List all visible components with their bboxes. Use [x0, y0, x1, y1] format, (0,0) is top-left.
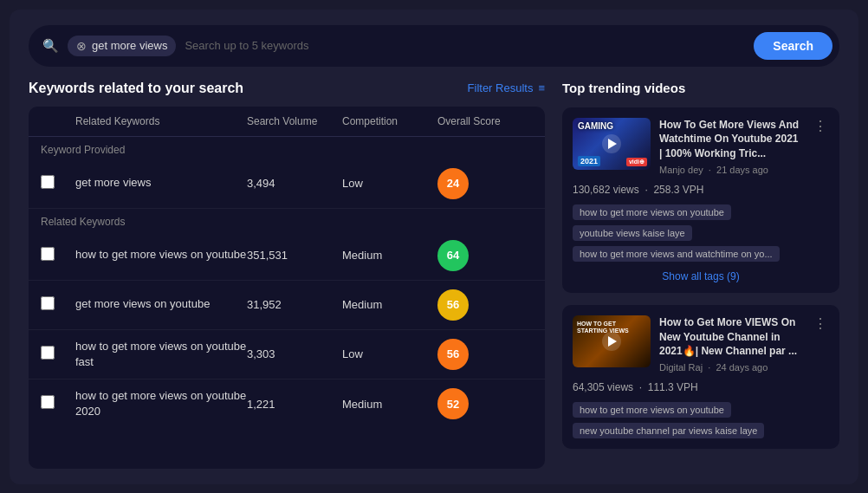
header-score: Overall Score — [437, 115, 533, 127]
panel-title: Keywords related to your search — [29, 81, 243, 96]
volume-cell: 3,494 — [247, 177, 342, 190]
filter-label: Filter Results — [468, 81, 534, 94]
score-badge: 64 — [437, 240, 469, 271]
search-tag-value: get more views — [92, 39, 167, 52]
video-card: HOW TO GETSTARTING VIEWS How to Get More… — [562, 305, 839, 449]
video-title: How To Get More Views And Watchtime On Y… — [659, 118, 803, 161]
header-keyword: Related Keywords — [75, 115, 247, 127]
play-button[interactable] — [602, 332, 621, 351]
competition-cell: Low — [342, 347, 437, 360]
search-tag[interactable]: ⊗ get more views — [68, 36, 176, 56]
keyword-cell: get more views on youtube — [75, 296, 247, 312]
score-badge: 56 — [437, 339, 469, 370]
competition-cell: Medium — [342, 398, 437, 411]
video-stats: 130,682 views · 258.3 VPH — [573, 184, 829, 196]
thumb-label: GAMING — [578, 121, 613, 131]
video-more-button[interactable]: ⋮ — [812, 315, 829, 332]
section-provided-label: Keyword Provided — [29, 137, 545, 159]
video-tag[interactable]: youtube views kaise laye — [573, 225, 692, 241]
app-container: 🔍 ⊗ get more views Search up to 5 keywor… — [10, 10, 858, 484]
filter-results-button[interactable]: Filter Results ≡ — [468, 81, 545, 94]
video-tag[interactable]: how to get more views on youtube — [573, 204, 731, 220]
filter-icon: ≡ — [538, 81, 545, 94]
video-info: How To Get More Views And Watchtime On Y… — [659, 118, 803, 175]
play-button[interactable] — [602, 134, 621, 153]
video-title: How to Get More VIEWS On New Youtube Cha… — [659, 315, 803, 359]
tags-row: how to get more views on youtube youtube… — [573, 204, 829, 262]
thumb-year: 2021 — [578, 156, 600, 166]
competition-cell: Low — [342, 177, 437, 190]
table-row: how to get more views on youtube fast 3,… — [29, 330, 545, 379]
video-tag[interactable]: how to get more views on youtube — [573, 402, 731, 418]
table-header-row: Related Keywords Search Volume Competiti… — [29, 107, 545, 137]
volume-cell: 31,952 — [247, 298, 342, 311]
panel-header: Keywords related to your search Filter R… — [29, 81, 545, 96]
video-meta: Manjo dey · 21 days ago — [659, 165, 803, 175]
video-info: How to Get More VIEWS On New Youtube Cha… — [659, 315, 803, 373]
row-checkbox[interactable] — [41, 247, 55, 261]
volume-cell: 1,221 — [247, 398, 342, 411]
score-badge: 56 — [437, 289, 469, 321]
competition-cell: Medium — [342, 298, 437, 311]
show-all-tags-button[interactable]: Show all tags (9) — [573, 270, 829, 282]
score-badge: 24 — [437, 168, 469, 199]
keyword-cell: how to get more views on youtube — [75, 247, 247, 263]
video-tag[interactable]: new youtube channel par views kaise laye — [573, 423, 764, 438]
video-top: HOW TO GETSTARTING VIEWS How to Get More… — [573, 315, 829, 373]
search-placeholder: Search up to 5 keywords — [185, 39, 745, 52]
row-checkbox[interactable] — [41, 395, 55, 409]
row-checkbox[interactable] — [41, 346, 55, 360]
header-volume: Search Volume — [247, 115, 342, 127]
keyword-cell: how to get more views on youtube 2020 — [75, 388, 247, 419]
main-content: Keywords related to your search Filter R… — [29, 81, 839, 469]
keyword-cell: get more views — [75, 175, 247, 191]
close-icon[interactable]: ⊗ — [76, 39, 87, 53]
video-top: GAMING 2021 vidi⊕ How To Get More Views … — [573, 118, 829, 175]
row-checkbox[interactable] — [41, 296, 55, 310]
table-row: how to get more views on youtube 2020 1,… — [29, 379, 545, 428]
video-thumbnail[interactable]: GAMING 2021 vidi⊕ — [573, 118, 651, 170]
video-more-button[interactable]: ⋮ — [812, 118, 829, 134]
thumb-label: HOW TO GETSTARTING VIEWS — [577, 321, 629, 335]
row-checkbox[interactable] — [41, 175, 55, 189]
table-row: how to get more views on youtube 351,531… — [29, 231, 545, 281]
volume-cell: 351,531 — [247, 249, 342, 262]
video-thumbnail[interactable]: HOW TO GETSTARTING VIEWS — [573, 315, 651, 367]
play-triangle-icon — [608, 139, 617, 149]
table-row: get more views on youtube 31,952 Medium … — [29, 281, 545, 330]
table-row: get more views 3,494 Low 24 — [29, 159, 545, 209]
right-panel-title: Top trending videos — [562, 81, 839, 95]
score-badge: 52 — [437, 388, 469, 419]
tags-row: how to get more views on youtube new you… — [573, 402, 829, 438]
search-bar: 🔍 ⊗ get more views Search up to 5 keywor… — [29, 25, 839, 67]
right-panel: Top trending videos GAMING 2021 vidi⊕ Ho… — [562, 81, 839, 469]
volume-cell: 3,303 — [247, 347, 342, 360]
competition-cell: Medium — [342, 249, 437, 262]
video-tag[interactable]: how to get more views and watchtime on y… — [573, 246, 780, 262]
video-stats: 64,305 views · 111.3 VPH — [573, 381, 829, 393]
keyword-cell: how to get more views on youtube fast — [75, 339, 247, 370]
video-card: GAMING 2021 vidi⊕ How To Get More Views … — [562, 107, 839, 293]
vidi-badge: vidi⊕ — [626, 158, 647, 166]
header-competition: Competition — [342, 115, 437, 127]
video-meta: Digital Raj · 24 days ago — [659, 362, 803, 373]
play-triangle-icon — [608, 336, 617, 347]
search-button[interactable]: Search — [754, 32, 832, 60]
search-icon: 🔍 — [42, 38, 59, 54]
section-related-label: Related Keywords — [29, 209, 545, 231]
left-panel: Keywords related to your search Filter R… — [29, 81, 545, 469]
keywords-table: Related Keywords Search Volume Competiti… — [29, 107, 545, 469]
